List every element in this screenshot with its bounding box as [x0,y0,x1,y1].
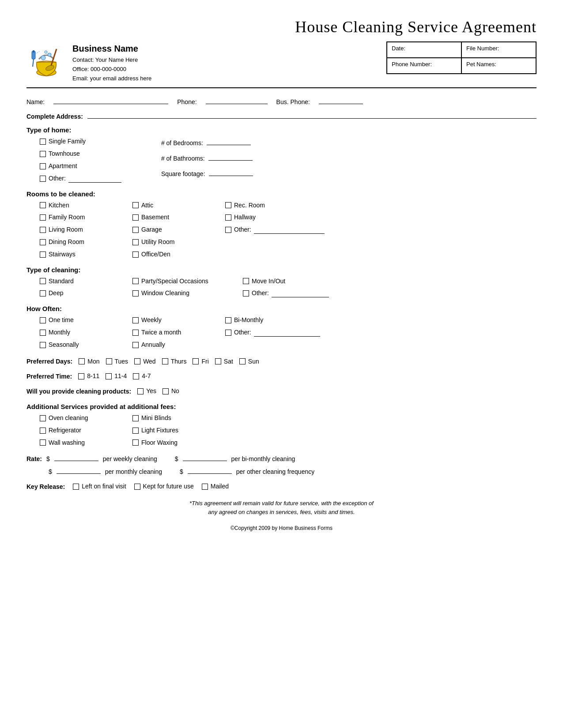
phone-input[interactable] [206,96,268,104]
weekly-checkbox[interactable] [132,317,139,323]
move-inout-checkbox[interactable] [243,278,249,284]
rec-room-checkbox[interactable] [225,202,231,208]
monthly-checkbox[interactable] [40,330,46,336]
key-release-row: Key Release: Left on final visit Kept fo… [26,481,537,492]
time-4-7-checkbox[interactable] [133,373,139,379]
rooms-col1: Kitchen Family Room Living Room Dining R… [40,200,119,260]
rate-weekly-amount[interactable] [54,453,98,461]
sun-checkbox[interactable] [239,358,246,364]
sqfootage-input[interactable] [209,168,253,176]
living-room-checkbox[interactable] [40,227,46,233]
bus-phone-input[interactable] [319,96,363,104]
svg-line-8 [33,59,34,67]
oven-cleaning-item: Oven cleaning [40,413,119,424]
time-11-4-checkbox[interactable] [106,373,112,379]
party-special-checkbox[interactable] [132,278,139,284]
office-den-item: Office/Den [132,249,212,260]
family-room-checkbox[interactable] [40,214,46,221]
wall-washing-checkbox[interactable] [40,439,46,446]
mailed-checkbox[interactable] [202,484,208,490]
footer-line2: any agreed on changes in services, fees,… [26,508,537,517]
bus-phone-label: Bus. Phone: [276,98,310,105]
no-checkbox[interactable] [162,388,169,394]
oven-cleaning-checkbox[interactable] [40,415,46,421]
email-line: Email: your email address here [72,74,151,83]
how-often-col3: Bi-Monthly Other: [225,315,340,350]
single-family-checkbox[interactable] [40,139,46,145]
refrigerator-checkbox[interactable] [40,428,46,434]
light-fixtures-checkbox[interactable] [132,428,139,434]
kept-future-use-checkbox[interactable] [134,484,140,490]
type-of-home-title: Type of home: [26,126,537,134]
refrigerator-item: Refrigerator [40,425,119,436]
header-section: Business Name Contact: Your Name Here Of… [26,41,537,88]
dining-room-checkbox[interactable] [40,239,46,245]
other-cleaning-input[interactable] [272,289,329,297]
floor-waxing-checkbox[interactable] [132,439,139,446]
time-8-11-checkbox[interactable] [78,373,84,379]
attic-checkbox[interactable] [132,202,139,208]
tues-checkbox[interactable] [106,358,112,364]
cleaning-products-row: Will you provide cleaning products: Yes … [26,386,537,397]
address-label: Complete Address: [26,113,83,120]
other-room-input[interactable] [254,226,325,234]
townhouse-checkbox[interactable] [40,151,46,157]
contact-line: Contact: Your Name Here [72,56,151,65]
mini-blinds-item: Mini Blinds [132,413,212,424]
window-cleaning-checkbox[interactable] [132,290,139,296]
utility-room-checkbox[interactable] [132,239,139,245]
thurs-checkbox[interactable] [162,358,168,364]
left-final-visit-checkbox[interactable] [73,484,79,490]
garage-checkbox[interactable] [132,227,139,233]
kitchen-checkbox[interactable] [40,202,46,208]
stairways-checkbox[interactable] [40,251,46,258]
deep-checkbox[interactable] [40,290,46,296]
yes-checkbox[interactable] [137,388,144,394]
twice-month-checkbox[interactable] [132,330,139,336]
rate-bimonthly-amount[interactable] [183,453,227,461]
hallway-checkbox[interactable] [225,214,231,221]
bimonthly-checkbox[interactable] [225,317,231,323]
fri-checkbox[interactable] [193,358,199,364]
standard-checkbox[interactable] [40,278,46,284]
logo-icon [26,42,66,82]
bedrooms-input[interactable] [207,137,251,145]
basement-checkbox[interactable] [132,214,139,221]
other-room-checkbox[interactable] [225,227,231,233]
other-cleaning-checkbox[interactable] [243,290,249,296]
header-fields: Date: File Number: Phone Number: Pet Nam… [386,41,537,74]
rate-monthly-text: per monthly cleaning [105,468,162,475]
office-den-checkbox[interactable] [132,251,139,258]
pet-names-field[interactable]: Pet Names: [461,58,536,74]
other-home-checkbox[interactable] [40,176,46,182]
phone-number-field[interactable]: Phone Number: [387,58,461,74]
mon-checkbox[interactable] [79,358,85,364]
wed-checkbox[interactable] [134,358,140,364]
apartment-checkbox[interactable] [40,163,46,169]
rate-other-amount[interactable] [188,466,232,474]
date-field[interactable]: Date: [387,42,461,58]
rooms-grid: Kitchen Family Room Living Room Dining R… [40,200,537,260]
bathrooms-input[interactable] [208,153,253,161]
one-time-checkbox[interactable] [40,317,46,323]
name-input[interactable] [53,96,168,104]
dining-room-item: Dining Room [40,237,119,248]
other-often-input[interactable] [254,329,320,337]
address-input[interactable] [87,111,537,119]
how-often-title: How Often: [26,305,537,312]
additional-col2: Mini Blinds Light Fixtures Floor Waxing [132,413,212,448]
type-of-cleaning-section: Type of cleaning: Standard Deep Party/Sp… [26,266,537,299]
other-often-checkbox[interactable] [225,330,231,336]
sat-checkbox[interactable] [215,358,221,364]
seasonally-checkbox[interactable] [40,342,46,348]
thurs-item: Thurs [162,356,187,367]
svg-rect-7 [33,50,34,53]
hallway-item: Hallway [225,212,331,223]
mini-blinds-checkbox[interactable] [132,415,139,421]
file-number-field[interactable]: File Number: [461,42,536,58]
rate-monthly-amount[interactable] [57,466,101,474]
annually-checkbox[interactable] [132,342,139,348]
preferred-time-label: Preferred Time: [26,373,72,380]
other-home-input[interactable] [68,175,121,183]
deep-item: Deep [40,288,119,299]
